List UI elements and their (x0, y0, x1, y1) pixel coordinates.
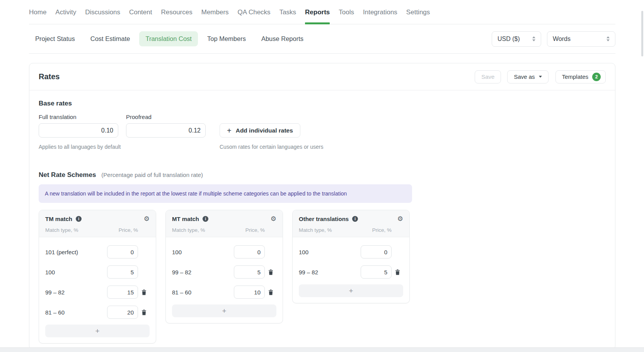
mt-match-title: MT match (172, 216, 199, 222)
price-column-header: Price, % (234, 227, 265, 233)
updown-chevron-icon (532, 36, 535, 41)
plus-icon (349, 287, 353, 294)
nav-item-qa-checks[interactable]: QA Checks (238, 0, 271, 24)
tab-top-members[interactable]: Top Members (201, 31, 252, 46)
match-type-label: 101 (perfect) (45, 249, 107, 255)
match-type-column-header: Match type, % (45, 227, 107, 233)
tab-project-status[interactable]: Project Status (29, 31, 81, 46)
table-row: 81 – 60 (172, 282, 276, 302)
plus-icon (227, 127, 232, 134)
price-input[interactable] (107, 265, 138, 279)
price-input[interactable] (234, 265, 265, 279)
other-translations-title: Other translations (299, 216, 349, 222)
proofread-input[interactable] (126, 123, 206, 138)
nav-item-integrations[interactable]: Integrations (363, 0, 397, 24)
report-options: USD ($) Words (492, 31, 615, 47)
reports-toolbar: Project Status Cost Estimate Translation… (29, 24, 615, 54)
tab-abuse-reports[interactable]: Abuse Reports (255, 31, 310, 46)
page-content: Home Activity Discussions Content Resour… (29, 0, 615, 350)
match-type-label: 99 – 82 (172, 269, 234, 275)
tab-cost-estimate[interactable]: Cost Estimate (84, 31, 136, 46)
nav-item-activity[interactable]: Activity (55, 0, 76, 24)
add-match-range-button[interactable] (299, 284, 403, 297)
table-row: 99 – 82 (172, 262, 276, 282)
scheme-cards: TM match Match type, % Price, % 101 (pe (39, 210, 606, 343)
trash-icon[interactable] (141, 309, 147, 315)
base-rates-helper-right: Cusom rates for certain languages or use… (220, 144, 323, 150)
info-icon[interactable] (203, 216, 208, 222)
gear-icon[interactable] (271, 216, 276, 222)
plus-icon (222, 307, 226, 315)
rates-actions: Save Save as Templates 2 (475, 70, 606, 83)
table-row: 99 – 82 (299, 262, 403, 282)
nav-item-members[interactable]: Members (201, 0, 229, 24)
trash-icon[interactable] (395, 269, 400, 275)
horizontal-scrollbar[interactable] (0, 347, 644, 352)
price-input[interactable] (361, 265, 392, 279)
info-icon[interactable] (352, 216, 358, 222)
price-column-header: Price, % (107, 227, 138, 233)
rates-panel: Rates Save Save as Templates 2 Base rate… (29, 63, 615, 350)
base-rates-helper-left: Applies to all languages by default (39, 144, 206, 150)
nav-item-settings[interactable]: Settings (406, 0, 430, 24)
table-row: 99 – 82 (45, 282, 150, 302)
full-translation-field: Full translation (39, 114, 118, 138)
templates-button[interactable]: Templates 2 (555, 70, 606, 83)
tab-translation-cost[interactable]: Translation Cost (139, 31, 198, 46)
base-rates-row: Full translation Proofread Add individua… (39, 114, 606, 138)
trash-icon[interactable] (268, 269, 273, 275)
vertical-scrollbar[interactable] (641, 11, 643, 56)
table-row: 100 (45, 262, 150, 282)
base-rates-heading: Base rates (39, 100, 606, 107)
full-translation-input[interactable] (39, 123, 118, 138)
trash-icon[interactable] (141, 289, 147, 295)
price-input[interactable] (107, 306, 138, 319)
table-row: 101 (perfect) (45, 242, 150, 262)
net-rate-schemes-heading-row: Net Rate Schemes (Percentage paid of ful… (39, 171, 606, 179)
currency-select[interactable]: USD ($) (492, 31, 541, 47)
nav-item-home[interactable]: Home (29, 0, 46, 24)
nav-item-tools[interactable]: Tools (339, 0, 354, 24)
other-translations-header: Other translations Match type, % Price, … (293, 210, 409, 237)
gear-icon[interactable] (397, 216, 403, 222)
scheme-card-tm-match: TM match Match type, % Price, % 101 (pe (39, 210, 156, 343)
scheme-card-mt-match: MT match Match type, % Price, % 100 (165, 210, 283, 323)
tm-match-header: TM match Match type, % Price, % (39, 210, 156, 237)
net-rate-schemes-heading: Net Rate Schemes (39, 171, 96, 179)
proofread-field: Proofread (126, 114, 206, 138)
tm-match-rows: 101 (perfect) 100 99 – 82 (39, 237, 156, 343)
mt-match-rows: 100 99 – 82 81 – 60 (166, 237, 283, 323)
updown-chevron-icon (607, 36, 610, 41)
trash-icon[interactable] (268, 289, 273, 295)
save-button[interactable]: Save (475, 70, 501, 83)
unit-select[interactable]: Words (547, 31, 615, 47)
price-input[interactable] (107, 286, 138, 299)
nav-item-content[interactable]: Content (129, 0, 152, 24)
price-input[interactable] (107, 245, 138, 258)
caret-down-icon (539, 76, 542, 78)
add-individual-rates-label: Add individual rates (236, 127, 293, 134)
tm-match-title: TM match (45, 216, 72, 222)
add-individual-rates-button[interactable]: Add individual rates (220, 123, 300, 138)
base-rates-helpers: Applies to all languages by default Cuso… (39, 144, 606, 150)
unit-select-value: Words (553, 36, 571, 43)
price-input[interactable] (234, 245, 265, 258)
match-type-column-header: Match type, % (172, 227, 234, 233)
save-as-button[interactable]: Save as (507, 70, 548, 83)
info-icon[interactable] (76, 216, 82, 222)
reports-tabs: Project Status Cost Estimate Translation… (29, 31, 310, 46)
price-column-header: Price, % (361, 227, 392, 233)
add-match-range-button[interactable] (45, 325, 150, 337)
nav-item-reports[interactable]: Reports (305, 0, 330, 24)
price-input[interactable] (234, 286, 265, 299)
price-input[interactable] (361, 245, 392, 258)
page-title: Rates (39, 72, 60, 81)
lowest-rate-info-banner: A new translation will be included in th… (39, 184, 412, 203)
nav-item-resources[interactable]: Resources (161, 0, 192, 24)
nav-item-tasks[interactable]: Tasks (279, 0, 296, 24)
nav-item-discussions[interactable]: Discussions (85, 0, 120, 24)
templates-label: Templates (562, 73, 588, 80)
gear-icon[interactable] (144, 216, 150, 222)
add-match-range-button[interactable] (172, 304, 276, 317)
match-type-label: 100 (45, 269, 107, 275)
